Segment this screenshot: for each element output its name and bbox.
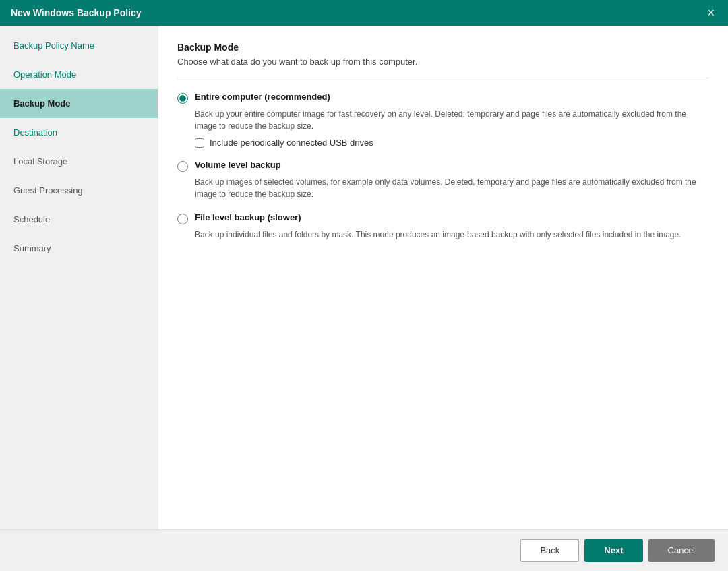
sidebar-item-backup-mode[interactable]: Backup Mode bbox=[0, 89, 158, 118]
checkbox-usb-drives[interactable] bbox=[195, 138, 204, 148]
sidebar-item-local-storage: Local Storage bbox=[0, 147, 158, 176]
radio-file-level[interactable] bbox=[177, 214, 188, 224]
description-entire-computer: Back up your entire computer image for f… bbox=[177, 108, 709, 132]
back-button[interactable]: Back bbox=[520, 539, 579, 562]
section-subtitle: Choose what data do you want to back up … bbox=[177, 57, 709, 67]
divider bbox=[177, 78, 709, 78]
sidebar-item-backup-policy-name[interactable]: Backup Policy Name bbox=[0, 31, 158, 60]
sidebar-item-schedule: Schedule bbox=[0, 205, 158, 234]
footer: Back Next Cancel bbox=[0, 529, 728, 571]
radio-option-file-level: File level backup (slower) bbox=[177, 212, 709, 224]
sidebar: Backup Policy Name Operation Mode Backup… bbox=[0, 26, 158, 529]
close-button[interactable]: × bbox=[704, 7, 717, 19]
sidebar-item-operation-mode[interactable]: Operation Mode bbox=[0, 60, 158, 89]
dialog-title: New Windows Backup Policy bbox=[11, 7, 142, 18]
dialog: New Windows Backup Policy × Backup Polic… bbox=[0, 0, 728, 571]
radio-volume-level[interactable] bbox=[177, 161, 188, 172]
sidebar-item-guest-processing: Guest Processing bbox=[0, 176, 158, 205]
label-usb-drives[interactable]: Include periodically connected USB drive… bbox=[210, 138, 373, 148]
sidebar-item-destination[interactable]: Destination bbox=[0, 118, 158, 147]
next-button[interactable]: Next bbox=[584, 539, 642, 562]
description-file-level: Back up individual files and folders by … bbox=[177, 229, 709, 241]
title-bar: New Windows Backup Policy × bbox=[0, 0, 728, 26]
label-file-level[interactable]: File level backup (slower) bbox=[195, 212, 301, 222]
radio-option-volume-level: Volume level backup bbox=[177, 160, 709, 172]
cancel-button[interactable]: Cancel bbox=[648, 539, 715, 562]
description-volume-level: Back up images of selected volumes, for … bbox=[177, 176, 709, 200]
radio-entire-computer[interactable] bbox=[177, 93, 188, 104]
option-entire-computer: Entire computer (recommended) Back up yo… bbox=[177, 92, 709, 148]
radio-option-entire-computer: Entire computer (recommended) bbox=[177, 92, 709, 104]
sidebar-item-summary: Summary bbox=[0, 234, 158, 263]
label-volume-level[interactable]: Volume level backup bbox=[195, 160, 281, 170]
option-file-level: File level backup (slower) Back up indiv… bbox=[177, 212, 709, 241]
dialog-body: Backup Policy Name Operation Mode Backup… bbox=[0, 26, 728, 529]
label-entire-computer[interactable]: Entire computer (recommended) bbox=[195, 92, 330, 102]
option-volume-level: Volume level backup Back up images of se… bbox=[177, 160, 709, 200]
section-title: Backup Mode bbox=[177, 42, 709, 53]
main-content: Backup Mode Choose what data do you want… bbox=[158, 26, 728, 529]
checkbox-usb-container: Include periodically connected USB drive… bbox=[195, 138, 709, 148]
